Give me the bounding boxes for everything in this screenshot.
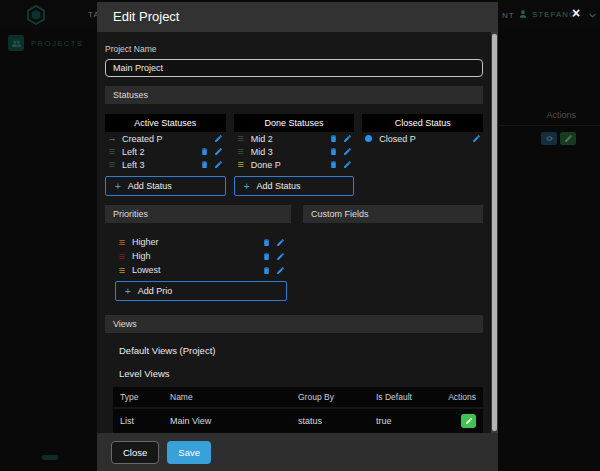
done-statuses-column: Done Statuses ≡ Mid 2 ≡ Mid 3 bbox=[234, 114, 355, 196]
col-is-default: Is Default bbox=[376, 392, 438, 402]
trash-icon bbox=[262, 238, 271, 247]
screen: TASKS PEOPLE NT STEFANO PROJECTS Actions bbox=[0, 0, 600, 471]
custom-fields-column: Custom Fields bbox=[303, 205, 483, 223]
section-statuses: Statuses bbox=[105, 86, 483, 104]
status-row: ≡ Left 3 bbox=[105, 158, 226, 171]
status-row: ≡ Mid 2 bbox=[234, 132, 355, 145]
modal-footer: Close Save bbox=[97, 433, 498, 471]
add-status-button[interactable]: + Add Status bbox=[105, 176, 226, 196]
priorities-column: Priorities ≡ Higher ≡ High bbox=[105, 205, 291, 301]
edit-priority-button[interactable] bbox=[275, 237, 285, 247]
default-views-heading: Default Views (Project) bbox=[119, 345, 483, 356]
scrollbar-thumb[interactable] bbox=[492, 34, 497, 431]
level-views-heading: Level Views bbox=[119, 368, 483, 379]
closed-status-dot-icon bbox=[365, 135, 372, 142]
delete-priority-button[interactable] bbox=[261, 265, 271, 275]
col-actions: Actions bbox=[438, 392, 476, 402]
priority-row: ≡ Higher bbox=[115, 235, 287, 249]
plus-icon: + bbox=[115, 181, 121, 192]
add-status-label: Add Status bbox=[128, 181, 172, 191]
trash-icon bbox=[200, 160, 209, 169]
priority-row: ≡ Lowest bbox=[115, 263, 287, 277]
section-custom-fields: Custom Fields bbox=[303, 205, 483, 223]
edit-status-button[interactable] bbox=[342, 134, 352, 144]
close-icon[interactable]: × bbox=[572, 6, 580, 20]
add-prio-label: Add Prio bbox=[138, 286, 173, 296]
save-button[interactable]: Save bbox=[167, 441, 211, 464]
pencil-icon bbox=[276, 252, 285, 261]
pencil-icon bbox=[214, 147, 223, 156]
close-button[interactable]: Close bbox=[111, 441, 159, 464]
drag-handle-icon[interactable]: ≡ bbox=[236, 133, 246, 144]
status-columns: Active Statuses → Created P ≡ Left 2 bbox=[105, 114, 483, 196]
status-name: Mid 2 bbox=[251, 134, 273, 144]
pencil-icon bbox=[343, 147, 352, 156]
edit-view-button[interactable] bbox=[461, 414, 476, 428]
drag-handle-icon[interactable]: ≡ bbox=[117, 251, 127, 262]
status-row: ≡ Done P bbox=[234, 158, 355, 171]
delete-status-button[interactable] bbox=[328, 134, 338, 144]
edit-priority-button[interactable] bbox=[275, 265, 285, 275]
status-name: Done P bbox=[251, 160, 281, 170]
project-name-input[interactable] bbox=[105, 59, 483, 77]
status-name: Closed P bbox=[379, 134, 416, 144]
active-statuses-header: Active Statuses bbox=[105, 114, 226, 132]
add-status-button[interactable]: + Add Status bbox=[234, 176, 355, 196]
add-priority-button[interactable]: + Add Prio bbox=[115, 281, 287, 301]
entry-arrow-icon: → bbox=[107, 134, 117, 143]
pencil-icon bbox=[465, 417, 473, 425]
edit-status-button[interactable] bbox=[214, 147, 224, 157]
drag-handle-icon[interactable]: ≡ bbox=[117, 265, 127, 276]
closed-status-header: Closed Status bbox=[362, 114, 483, 132]
status-row: ≡ Left 2 bbox=[105, 145, 226, 158]
section-priorities: Priorities bbox=[105, 205, 291, 223]
drag-handle-icon[interactable]: ≡ bbox=[117, 237, 127, 248]
edit-status-button[interactable] bbox=[342, 147, 352, 157]
edit-project-modal: Edit Project Project Name Statuses Activ… bbox=[97, 2, 498, 471]
plus-icon: + bbox=[244, 181, 250, 192]
drag-handle-icon[interactable]: ≡ bbox=[107, 159, 117, 170]
section-views: Views bbox=[105, 315, 483, 333]
delete-status-button[interactable] bbox=[328, 147, 338, 157]
active-statuses-column: Active Statuses → Created P ≡ Left 2 bbox=[105, 114, 226, 196]
priority-name: Higher bbox=[132, 237, 159, 247]
table-row: List Main View status true bbox=[113, 409, 483, 433]
view-group-by: status bbox=[298, 416, 376, 426]
trash-icon bbox=[262, 252, 271, 261]
edit-status-button[interactable] bbox=[471, 134, 481, 144]
modal-title: Edit Project bbox=[97, 2, 498, 32]
modal-scrollbar[interactable] bbox=[491, 32, 498, 433]
trash-icon bbox=[262, 266, 271, 275]
view-name: Main View bbox=[170, 416, 298, 426]
col-group-by: Group By bbox=[298, 392, 376, 402]
status-name: Left 2 bbox=[122, 147, 145, 157]
delete-status-button[interactable] bbox=[328, 160, 338, 170]
drag-handle-icon[interactable]: ≡ bbox=[236, 146, 246, 157]
delete-priority-button[interactable] bbox=[261, 251, 271, 261]
trash-icon bbox=[329, 147, 338, 156]
status-name: Created P bbox=[122, 134, 163, 144]
edit-status-button[interactable] bbox=[214, 160, 224, 170]
priorities-list: ≡ Higher ≡ High bbox=[115, 235, 287, 277]
delete-priority-button[interactable] bbox=[261, 237, 271, 247]
views-table-header: Type Name Group By Is Default Actions bbox=[113, 387, 483, 407]
edit-status-button[interactable] bbox=[342, 160, 352, 170]
delete-status-button[interactable] bbox=[200, 160, 210, 170]
priority-row: ≡ High bbox=[115, 249, 287, 263]
pencil-icon bbox=[343, 160, 352, 169]
project-name-label: Project Name bbox=[105, 44, 483, 54]
done-statuses-header: Done Statuses bbox=[234, 114, 355, 132]
delete-status-button[interactable] bbox=[200, 147, 210, 157]
drag-handle-icon[interactable]: ≡ bbox=[107, 146, 117, 157]
drag-handle-icon[interactable]: ≡ bbox=[236, 159, 246, 170]
modal-body: Project Name Statuses Active Statuses → … bbox=[97, 32, 491, 433]
priority-name: High bbox=[132, 251, 151, 261]
status-row: ≡ Mid 3 bbox=[234, 145, 355, 158]
status-name: Left 3 bbox=[122, 160, 145, 170]
edit-priority-button[interactable] bbox=[275, 251, 285, 261]
views-table: Type Name Group By Is Default Actions Li… bbox=[113, 387, 483, 433]
col-type: Type bbox=[120, 392, 170, 402]
status-name: Mid 3 bbox=[251, 147, 273, 157]
trash-icon bbox=[329, 134, 338, 143]
edit-status-button[interactable] bbox=[214, 134, 224, 144]
